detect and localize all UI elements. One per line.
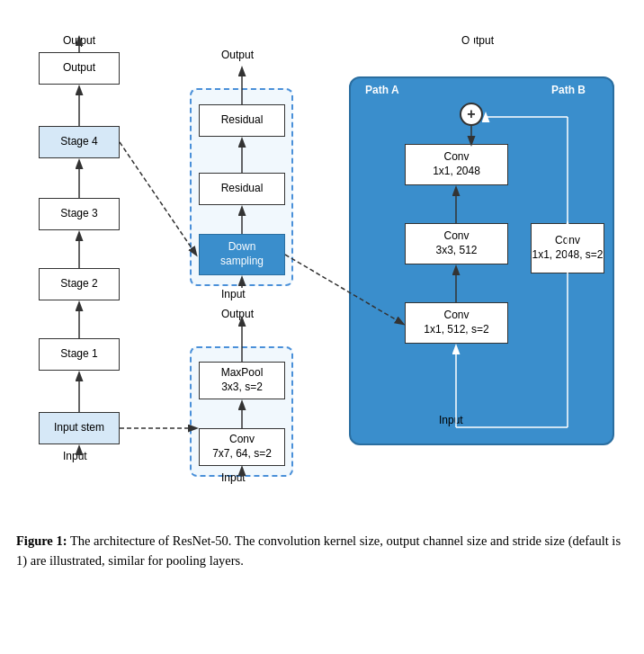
- figure-caption: Figure 1: The architecture of ResNet-50.…: [16, 531, 628, 571]
- upper-middle-input-label: Input: [221, 288, 246, 300]
- residual1-box: Residual: [199, 173, 285, 205]
- conv1x1-512-box: Conv1x1, 512, s=2: [405, 302, 508, 344]
- stage2-box: Stage 2: [39, 268, 120, 300]
- lower-middle-input-label: Input: [221, 471, 246, 484]
- lower-middle-output-label: Output: [221, 308, 254, 320]
- upper-middle-output-label: Output: [221, 49, 254, 61]
- left-output-label: Output: [63, 34, 95, 47]
- maxpool-box: MaxPool3x3, s=2: [199, 362, 285, 399]
- conv7x7-box: Conv7x7, 64, s=2: [199, 428, 285, 466]
- conv1x1-2048-b-box: Conv1x1, 2048, s=2: [531, 223, 604, 273]
- svg-line-8: [120, 142, 196, 255]
- left-input-label: Input: [63, 450, 87, 462]
- right-input-label: Input: [439, 414, 463, 426]
- caption-text: The architecture of ResNet-50. The convo…: [16, 533, 621, 568]
- path-a-label: Path A: [365, 84, 399, 96]
- stage4-box: Stage 4: [39, 126, 120, 158]
- output-box: Output: [39, 52, 120, 85]
- downsampling-box: Downsampling: [199, 234, 285, 275]
- stage1-box: Stage 1: [39, 338, 120, 371]
- residual2-box: Residual: [199, 104, 285, 137]
- inputstem-box: Input stem: [39, 412, 120, 444]
- conv3x3-512-box: Conv3x3, 512: [405, 223, 508, 264]
- path-b-label: Path B: [551, 84, 586, 96]
- diagram-area: Output Output Stage 4 Stage 3 Stage 2 St…: [16, 18, 628, 522]
- stage3-box: Stage 3: [39, 198, 120, 230]
- plus-circle: +: [460, 103, 483, 126]
- right-output-label: Output: [461, 34, 494, 47]
- conv1x1-2048-box: Conv1x1, 2048: [405, 144, 508, 185]
- figure-label: Figure 1:: [16, 533, 67, 548]
